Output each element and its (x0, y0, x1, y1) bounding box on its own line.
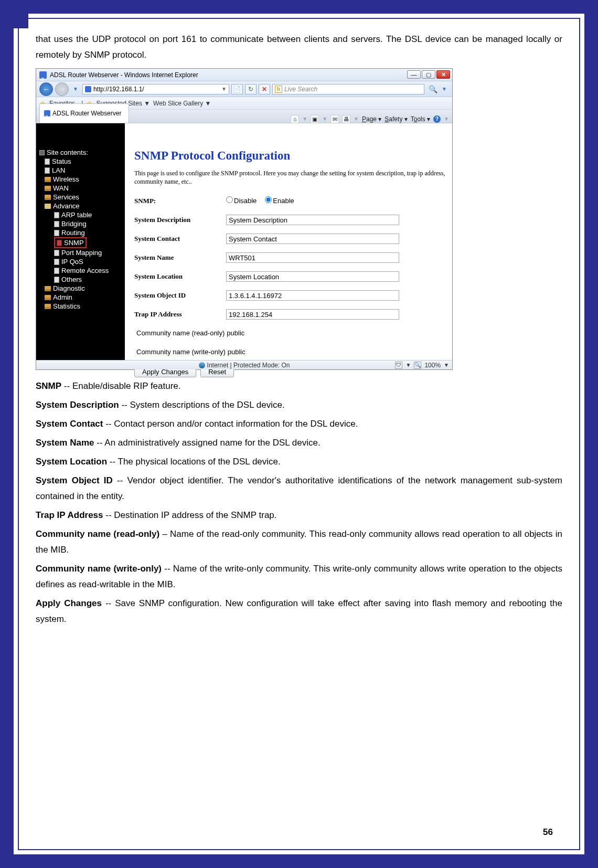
nav-history-dropdown[interactable]: ▼ (71, 81, 80, 97)
syscontact-input[interactable] (226, 234, 399, 244)
sysdesc-input[interactable] (226, 215, 399, 225)
web-slice-gallery[interactable]: Web Slice Gallery ▼ (153, 96, 211, 111)
bing-icon: b (275, 86, 282, 93)
search-button[interactable]: 🔍 (429, 81, 437, 97)
snmp-disable-radio[interactable]: Disable (226, 193, 257, 209)
address-dropdown-icon[interactable]: ▼ (221, 81, 227, 97)
trap-input[interactable] (226, 309, 399, 320)
page-number: 56 (543, 827, 553, 838)
def-snmp: SNMP -- Enable/disable RIP feature. (36, 378, 562, 394)
sysloc-input[interactable] (226, 271, 399, 282)
refresh-button[interactable]: ↻ (245, 84, 257, 94)
def-comro: Community name (read-only) – Name of the… (36, 526, 562, 558)
zoom-icon[interactable]: 🔍 (414, 362, 421, 369)
row-comro: Community name (read-only)public (134, 325, 447, 341)
sidebar-item-portmap[interactable]: Port Mapping (39, 248, 125, 257)
minimize-button[interactable]: — (407, 70, 421, 79)
sidebar-item-ipqos[interactable]: IP QoS (39, 257, 125, 266)
address-text: http://192.168.1.1/ (93, 81, 144, 97)
web-page-area: Site contents: Status LAN Wireless WAN S… (36, 123, 452, 360)
readmail-icon[interactable]: ✉ (330, 115, 339, 123)
snmp-label: SNMP: (134, 193, 226, 209)
sidebar-item-arp[interactable]: ARP table (39, 210, 125, 219)
sidebar-item-snmp[interactable]: SNMP (39, 237, 125, 248)
search-dropdown[interactable]: ▼ (440, 81, 449, 97)
address-bar[interactable]: http://192.168.1.1/ ▼ (82, 84, 229, 94)
syscontact-label: System Contact (134, 231, 226, 247)
def-syscontact: System Contact -- Contact person and/or … (36, 416, 562, 432)
sidebar-item-diagnostic[interactable]: Diagnostic (39, 284, 125, 293)
protected-mode-icon[interactable]: 🛡 (395, 362, 402, 369)
search-placeholder: Live Search (284, 81, 317, 97)
sidebar-item-lan[interactable]: LAN (39, 166, 125, 175)
close-button[interactable]: ✕ (436, 70, 450, 79)
page-description: This page is used to configure the SNMP … (134, 169, 447, 186)
intro-text: that uses the UDP protocol on port 161 t… (36, 31, 562, 63)
def-trap: Trap IP Address -- Destination IP addres… (36, 507, 562, 523)
row-snmp: SNMP: Disable Enable (134, 193, 447, 209)
main-panel: SNMP Protocol Configuration This page is… (125, 123, 452, 360)
help-icon[interactable]: ? (433, 115, 441, 123)
status-text: Internet | Protected Mode: On (207, 357, 290, 373)
window-title: ADSL Router Webserver - Windows Internet… (50, 67, 198, 83)
sidebar-item-status[interactable]: Status (39, 157, 125, 166)
home-icon[interactable]: ⌂ (291, 115, 299, 123)
sidebar-item-others[interactable]: Others (39, 275, 125, 284)
trap-label: Trap IP Address (134, 306, 226, 322)
sidebar-item-bridging[interactable]: Bridging (39, 219, 125, 228)
browser-window: ADSL Router Webserver - Windows Internet… (36, 68, 453, 370)
sidebar-item-wan[interactable]: WAN (39, 184, 125, 193)
sidebar-item-remote[interactable]: Remote Access (39, 266, 125, 275)
sidebar-nav: Site contents: Status LAN Wireless WAN S… (36, 123, 125, 360)
tab-bar: ADSL Router Webserver ⌂▼ ▣▼ ✉ 🖶▼ PPageag… (36, 110, 452, 123)
def-comwo: Community name (write-only) -- Name of t… (36, 561, 562, 592)
search-box[interactable]: b Live Search (272, 84, 424, 94)
page-icon (85, 86, 91, 92)
nav-bar: ← → ▼ http://192.168.1.1/ ▼ 📄 ↻ ✕ b Live… (36, 81, 452, 97)
def-sysloc: System Location -- The physical location… (36, 454, 562, 470)
stop-button[interactable]: ✕ (259, 84, 270, 94)
title-bar: ADSL Router Webserver - Windows Internet… (36, 69, 452, 81)
sidebar-item-statistics[interactable]: Statistics (39, 302, 125, 311)
tab-label: ADSL Router Webserver (52, 105, 121, 121)
sysdesc-label: System Description (134, 212, 226, 228)
forward-button[interactable]: → (55, 82, 69, 96)
status-bar: Internet | Protected Mode: On 🛡▼ 🔍 100%▼ (36, 360, 452, 369)
compat-view-button[interactable]: 📄 (231, 84, 243, 94)
def-sysname: System Name -- An administratively assig… (36, 435, 562, 451)
def-sysdesc: System Description -- System description… (36, 397, 562, 413)
sidebar-header: Site contents: (39, 148, 125, 157)
internet-zone-icon (199, 362, 205, 368)
sysobj-input[interactable] (226, 290, 399, 301)
sidebar-item-admin[interactable]: Admin (39, 293, 125, 302)
feeds-icon[interactable]: ▣ (311, 115, 319, 123)
print-icon[interactable]: 🖶 (342, 115, 350, 123)
zoom-level[interactable]: 100% (424, 357, 441, 373)
ie-icon (39, 71, 47, 79)
sidebar-item-advance[interactable]: Advance (39, 202, 125, 210)
def-sysobj: System Object ID -- Vendor object identi… (36, 473, 562, 504)
def-apply: Apply Changes -- Save SNMP configuration… (36, 596, 562, 627)
page-heading: SNMP Protocol Configuration (134, 148, 447, 164)
snmp-enable-radio[interactable]: Enable (265, 193, 294, 209)
sysobj-label: System Object ID (134, 288, 226, 303)
sidebar-item-routing[interactable]: Routing (39, 228, 125, 237)
maximize-button[interactable]: ▢ (422, 70, 435, 79)
sysloc-label: System Location (134, 269, 226, 284)
tab-page-icon (44, 110, 50, 117)
sysname-label: System Name (134, 250, 226, 266)
sidebar-item-services[interactable]: Services (39, 193, 125, 202)
corner-ornament (3, 3, 28, 28)
sidebar-item-wireless[interactable]: Wireless (39, 175, 125, 184)
tab-adsl-router[interactable]: ADSL Router Webserver (39, 103, 129, 123)
sysname-input[interactable] (226, 252, 399, 263)
